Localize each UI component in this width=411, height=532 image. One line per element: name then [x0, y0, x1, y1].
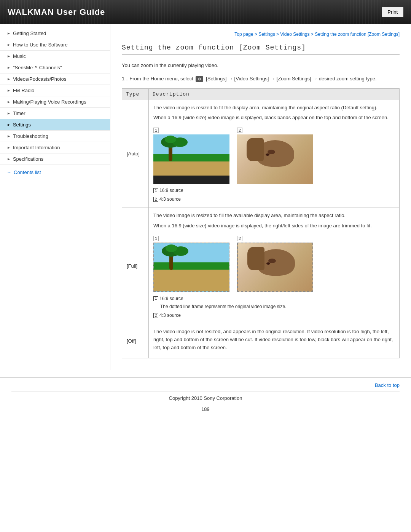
table-desc-cell-1: The video image is resized to fill the a… — [149, 208, 400, 324]
table-row-2: [Off]The video image is not resized, and… — [122, 324, 400, 358]
header: WALKMAN User Guide Print — [0, 0, 411, 24]
desc-line: The video image is not resized, and appe… — [153, 328, 395, 351]
sidebar-arrow-icon-2: ► — [7, 54, 11, 58]
copyright-text: Copyright 2010 Sony Corporation — [11, 391, 400, 404]
palm-image-full — [153, 243, 229, 292]
image-box-2-row-1: 2 — [237, 235, 313, 292]
sidebar-arrow-icon-7: ► — [7, 111, 11, 115]
dog-image-full — [237, 243, 313, 292]
sidebar-item-10[interactable]: ►Important Information — [0, 142, 110, 153]
sidebar-arrow-icon-6: ► — [7, 100, 11, 104]
source-badge-2: 2 — [153, 313, 158, 318]
sidebar-item-label-10: Important Information — [13, 145, 60, 150]
sidebar-item-1[interactable]: ►How to Use the Software — [0, 39, 110, 51]
black-bar — [153, 176, 229, 184]
settings-icon: ⚙ — [196, 76, 203, 82]
sidebar-item-label-9: Troubleshooting — [13, 133, 48, 139]
breadcrumb-text: Top page > Settings > Video Settings > S… — [234, 32, 400, 37]
desc-line: When a 16:9 (wide size) video image is d… — [153, 222, 395, 230]
breadcrumb-link-videosettings[interactable]: Video Settings — [280, 32, 309, 37]
sidebar-item-label-3: "SensMe™ Channels" — [13, 65, 62, 70]
layout: ►Getting Started►How to Use the Software… — [0, 24, 411, 370]
breadcrumb: Top page > Settings > Video Settings > S… — [122, 32, 400, 37]
sidebar-arrow-icon-1: ► — [7, 43, 11, 47]
image-box-1-row-1: 1 — [153, 235, 229, 292]
breadcrumb-link-top[interactable]: Top page — [234, 32, 253, 37]
desc-line: When a 16:9 (wide size) video image is d… — [153, 114, 395, 122]
sidebar-item-label-11: Specifications — [13, 156, 43, 162]
zoom-settings-table: Type Description [Auto]The video image i… — [122, 88, 400, 358]
sidebar-arrow-icon-4: ► — [7, 77, 11, 81]
sidebar-item-label-5: FM Radio — [13, 88, 34, 93]
desc-line: The video image is resized to fit the di… — [153, 104, 395, 112]
footer: Back to top Copyright 2010 Sony Corporat… — [0, 377, 411, 415]
sidebar-item-8[interactable]: ►Settings — [0, 119, 110, 131]
sidebar: ►Getting Started►How to Use the Software… — [0, 24, 110, 370]
img-num-2: 2 — [237, 236, 242, 241]
desc-line: The video image is resized to fill the a… — [153, 212, 395, 220]
table-type-cell-1: [Full] — [122, 208, 149, 324]
sidebar-arrow-icon-5: ► — [7, 88, 11, 93]
image-row-0: 1 2 — [153, 126, 395, 184]
source1-note: The dotted line frame represents the ori… — [160, 303, 395, 310]
image-box-2-row-0: 2 — [237, 126, 313, 184]
table-desc-cell-0: The video image is resized to fit the di… — [149, 100, 400, 208]
breadcrumb-link-settings[interactable]: Settings — [258, 32, 275, 37]
contents-link-arrow-icon: → — [7, 170, 11, 175]
palm-image-auto — [153, 134, 229, 184]
sidebar-arrow-icon-10: ► — [7, 145, 11, 150]
table-type-cell-0: [Auto] — [122, 100, 149, 208]
print-button[interactable]: Print — [382, 7, 403, 17]
table-desc-cell-2: The video image is not resized, and appe… — [149, 324, 400, 358]
source-badge-2: 2 — [153, 197, 158, 202]
sidebar-item-11[interactable]: ►Specifications — [0, 153, 110, 165]
intro-paragraph: You can zoom in the currently playing vi… — [122, 62, 400, 70]
table-row-0: [Auto]The video image is resized to fit … — [122, 100, 400, 208]
sidebar-arrow-icon-3: ► — [7, 66, 11, 70]
sidebar-arrow-icon-9: ► — [7, 134, 11, 138]
img-num-1: 1 — [153, 236, 159, 241]
sidebar-item-0[interactable]: ►Getting Started — [0, 28, 110, 39]
dog-image-auto — [237, 134, 313, 184]
header-title: WALKMAN User Guide — [8, 7, 105, 17]
img-num-2: 2 — [237, 128, 242, 133]
table-type-cell-2: [Off] — [122, 324, 149, 358]
sidebar-item-label-0: Getting Started — [13, 30, 46, 36]
sidebar-item-label-8: Settings — [13, 122, 31, 128]
table-header-desc: Description — [149, 88, 400, 100]
sidebar-arrow-icon-0: ► — [7, 31, 11, 35]
sidebar-item-7[interactable]: ►Timer — [0, 108, 110, 119]
contents-link-label: Contents list — [14, 169, 41, 175]
step1-prefix: 1．From the Home menu, select — [122, 76, 193, 81]
source-label-2-row-0: 2 4:3 source — [153, 196, 395, 203]
main-content: Top page > Settings > Video Settings > S… — [110, 24, 411, 370]
sidebar-item-label-7: Timer — [13, 110, 25, 116]
sidebar-item-label-2: Music — [13, 53, 26, 59]
back-to-top-link[interactable]: Back to top — [11, 382, 400, 388]
step1-paragraph: 1．From the Home menu, select ⚙ [Settings… — [122, 75, 400, 83]
sidebar-item-label-1: How to Use the Software — [13, 42, 68, 48]
source-label-1-row-0: 1 16:9 source — [153, 187, 395, 194]
sidebar-item-3[interactable]: ►"SensMe™ Channels" — [0, 62, 110, 73]
table-row-1: [Full]The video image is resized to fill… — [122, 208, 400, 324]
sidebar-arrow-icon-8: ► — [7, 123, 11, 127]
sidebar-item-5[interactable]: ►FM Radio — [0, 85, 110, 96]
page-title: Setting the zoom function [Zoom Settings… — [122, 44, 400, 55]
page-number: 189 — [11, 404, 400, 412]
contents-link[interactable]: → Contents list — [0, 165, 110, 178]
sidebar-item-4[interactable]: ►Videos/Podcasts/Photos — [0, 73, 110, 85]
sidebar-item-9[interactable]: ►Troubleshooting — [0, 131, 110, 142]
step1-suffix: [Settings] → [Video Settings] → [Zoom Se… — [206, 76, 376, 81]
table-header-type: Type — [122, 88, 149, 100]
source-badge-1: 1 — [153, 296, 158, 301]
source-badge-1: 1 — [153, 188, 158, 193]
img-num-1: 1 — [153, 128, 159, 133]
image-box-1-row-0: 1 — [153, 126, 229, 184]
sidebar-item-6[interactable]: ►Making/Playing Voice Recordings — [0, 96, 110, 108]
breadcrumb-link-zoom[interactable]: Setting the zoom function [Zoom Settings… — [315, 32, 400, 37]
sidebar-item-label-6: Making/Playing Voice Recordings — [13, 99, 86, 105]
sidebar-item-2[interactable]: ►Music — [0, 51, 110, 62]
source-label-2-row-1: 2 4:3 source — [153, 312, 395, 319]
sidebar-arrow-icon-11: ► — [7, 157, 11, 161]
sidebar-item-label-4: Videos/Podcasts/Photos — [13, 76, 67, 82]
